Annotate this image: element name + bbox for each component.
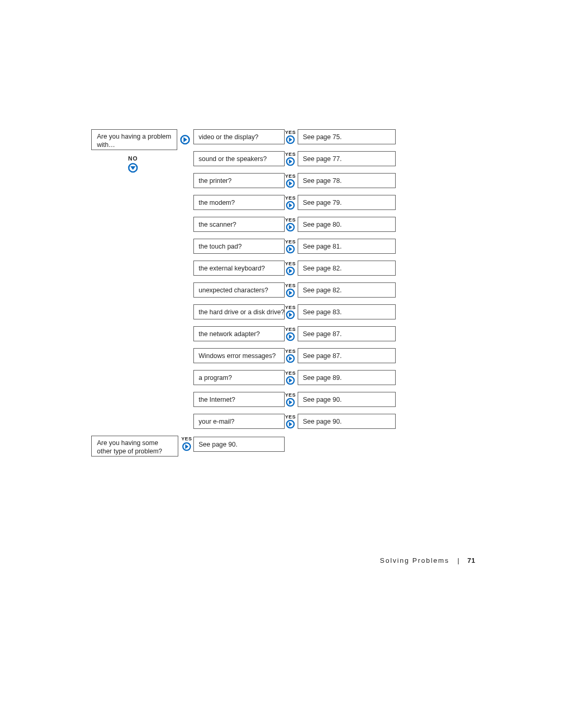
yes-label: YES (285, 349, 296, 354)
yes-branch: YES (285, 152, 296, 167)
answer-box: See page 75. (298, 129, 396, 144)
arrow-right-icon (285, 376, 296, 385)
answer-box: See page 78. (298, 173, 396, 188)
problem-row: the scanner?YESSee page 80. (193, 217, 487, 232)
answer-text: See page 77. (303, 155, 341, 163)
answer-box: See page 90. (298, 414, 396, 429)
problem-row: the network adapter?YESSee page 87. (193, 326, 487, 341)
problem-question-box: the network adapter? (193, 326, 285, 341)
answer-text: See page 90. (303, 418, 341, 425)
question-2-text: Are you having some other type of proble… (97, 439, 162, 455)
yes-label: YES (285, 195, 296, 201)
answer-box-other: See page 90. (193, 437, 285, 452)
footer-separator: | (458, 557, 459, 564)
yes-branch: YES (285, 195, 296, 211)
arrow-right-icon (285, 179, 296, 188)
answer-text: See page 79. (303, 199, 341, 206)
arrow-right-icon (285, 398, 296, 407)
question-box-1: Are you having a problem with… (91, 129, 177, 150)
answer-text: See page 80. (303, 221, 341, 228)
arrow-right-icon (285, 201, 296, 210)
yes-label: YES (285, 174, 296, 179)
problem-question-text: your e-mail? (199, 418, 235, 425)
problem-question-text: the printer? (199, 177, 231, 184)
problem-question-text: Windows error messages? (199, 352, 276, 360)
yes-branch: YES (285, 261, 296, 276)
problem-question-text: a program? (199, 374, 232, 381)
problem-question-text: unexpected characters? (199, 287, 268, 294)
problem-question-box: your e-mail? (193, 414, 285, 429)
answer-text: See page 90. (303, 396, 341, 403)
yes-label: YES (285, 261, 296, 266)
yes-label: YES (285, 305, 296, 310)
answer-box: See page 83. (298, 304, 396, 319)
yes-branch: YES (285, 392, 296, 408)
answer-box: See page 79. (298, 195, 396, 210)
problem-question-text: video or the display? (199, 133, 259, 141)
answer-text: See page 89. (303, 374, 341, 381)
problem-rows: video or the display?YESSee page 75.soun… (193, 129, 487, 436)
footer-section: Solving Problems (380, 557, 449, 564)
problem-question-box: unexpected characters? (193, 282, 285, 298)
yes-label: YES (285, 414, 296, 419)
problem-question-box: the hard drive or a disk drive? (193, 304, 285, 319)
problem-row: video or the display?YESSee page 75. (193, 129, 487, 144)
problem-question-text: the scanner? (199, 221, 236, 228)
arrow-right-icon (285, 332, 296, 341)
problem-row: sound or the speakers?YESSee page 77. (193, 151, 487, 166)
problem-question-box: a program? (193, 370, 285, 385)
problem-row: a program?YESSee page 89. (193, 370, 487, 385)
problem-question-text: the touch pad? (199, 243, 242, 250)
yes-branch: YES (285, 217, 296, 232)
problem-row: the Internet?YESSee page 90. (193, 392, 487, 407)
page-footer: Solving Problems | 71 (380, 557, 475, 564)
answer-text: See page 87. (303, 330, 341, 338)
arrow-right-icon (285, 310, 296, 319)
yes-label: YES (285, 283, 296, 288)
answer-box: See page 80. (298, 217, 396, 232)
problem-question-text: the modem? (199, 199, 235, 206)
answer-box: See page 87. (298, 348, 396, 363)
yes-branch: YES (285, 283, 296, 298)
yes-label: YES (285, 371, 296, 376)
problem-question-box: the printer? (193, 173, 285, 188)
answer-text: See page 83. (303, 309, 341, 316)
yes-label: YES (285, 152, 296, 157)
yes-label: YES (285, 392, 296, 398)
yes-branch: YES (285, 174, 296, 189)
arrow-right-icon (285, 157, 296, 166)
problem-question-text: the external keyboard? (199, 265, 265, 272)
footer-page-number: 71 (468, 557, 475, 564)
arrow-down-icon (123, 163, 143, 173)
no-label: NO (123, 155, 143, 162)
arrow-right-icon (285, 288, 296, 298)
answer-box: See page 90. (298, 392, 396, 407)
problem-row: the modem?YESSee page 79. (193, 195, 487, 210)
yes-branch: YES (285, 305, 296, 320)
problem-question-box: the Internet? (193, 392, 285, 407)
yes-branch: YES (285, 130, 296, 145)
answer-text: See page 81. (303, 243, 341, 250)
answer-text: See page 75. (303, 133, 341, 141)
yes-branch: YES (285, 414, 296, 429)
answer-box: See page 87. (298, 326, 396, 341)
arrow-right-icon (182, 444, 191, 453)
no-branch: NO (123, 155, 143, 173)
arrow-right-icon (285, 223, 296, 232)
problem-question-text: the Internet? (199, 396, 235, 403)
problem-row: your e-mail?YESSee page 90. (193, 414, 487, 429)
answer-text: See page 78. (303, 177, 341, 184)
page: Are you having a problem with… NO video … (0, 0, 563, 728)
problem-row: the printer?YESSee page 78. (193, 173, 487, 188)
yes-branch: YES (285, 349, 296, 364)
problem-question-text: the network adapter? (199, 330, 260, 338)
problem-row: unexpected characters?YESSee page 82. (193, 282, 487, 298)
yes-branch: YES (285, 327, 296, 342)
yes-label: YES (285, 327, 296, 332)
yes-branch: YES (285, 239, 296, 254)
problem-question-box: the modem? (193, 195, 285, 210)
problem-question-box: Windows error messages? (193, 348, 285, 363)
problem-question-box: video or the display? (193, 129, 285, 144)
answer-box: See page 81. (298, 239, 396, 254)
answer-box: See page 82. (298, 261, 396, 276)
